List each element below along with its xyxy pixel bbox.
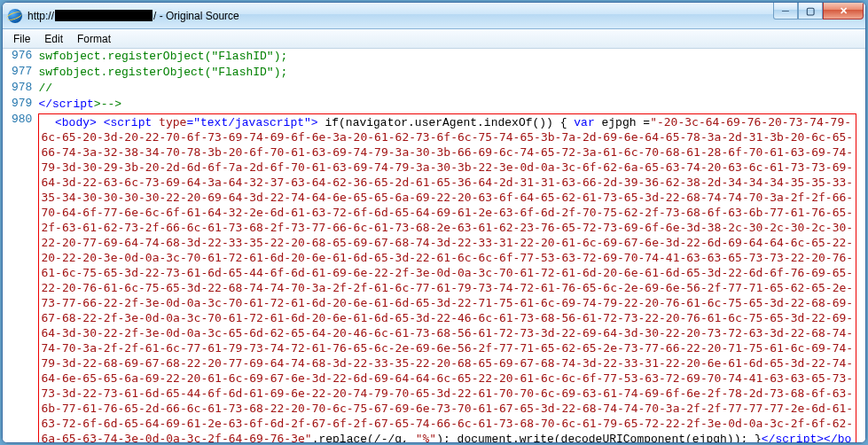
- maximize-button[interactable]: ▢: [798, 3, 823, 20]
- line-number: 977: [3, 65, 37, 81]
- line-976: 976 swfobject.registerObject("FlashID");: [3, 49, 865, 65]
- titlebar: http:/// - Original Source ─ ▢ ✕: [3, 3, 865, 29]
- line-number: 976: [3, 49, 37, 65]
- code-text: >-->: [94, 98, 121, 111]
- close-button[interactable]: ✕: [823, 3, 864, 20]
- code-text: ); document.write(decodeURIComponent(ejp…: [436, 433, 762, 442]
- code-text: "text/javascript": [193, 116, 311, 129]
- code-text: type: [152, 115, 186, 129]
- line-number: 980: [3, 113, 37, 442]
- line-number: 979: [3, 97, 37, 113]
- code-text: swfobject.registerObject("FlashID");: [38, 50, 287, 63]
- menu-edit[interactable]: Edit: [37, 31, 70, 47]
- code-text: >: [311, 116, 318, 129]
- code-text: "%": [416, 432, 436, 442]
- code-text: .replace(/-/g,: [312, 433, 416, 442]
- ie-icon: [8, 9, 22, 23]
- code-text: </script: [762, 433, 817, 442]
- line-978: 978 //: [3, 81, 865, 97]
- highlighted-code: <body> <script type="text/javascript"> i…: [38, 113, 856, 442]
- line-number: 978: [3, 81, 37, 97]
- code-text: >: [817, 433, 824, 442]
- menu-format[interactable]: Format: [70, 31, 118, 47]
- code-text: <body>: [55, 116, 97, 129]
- code-text: </script: [38, 98, 93, 111]
- line-980: 980 <body> <script type="text/javascript…: [3, 113, 865, 442]
- minimize-button[interactable]: ─: [773, 3, 798, 20]
- code-text: ejpgh =: [595, 116, 650, 129]
- title-suffix: / - Original Source: [153, 10, 239, 22]
- source-viewer-window: http:/// - Original Source ─ ▢ ✕ File Ed…: [2, 2, 866, 443]
- code-text: if(navigator.userAgent.indexOf()) {: [318, 116, 575, 129]
- title-prefix: http://: [27, 10, 54, 22]
- window-title: http:/// - Original Source: [27, 10, 239, 22]
- redacted-host: [55, 10, 152, 21]
- code-text: var: [574, 116, 594, 129]
- source-table: 976 swfobject.registerObject("FlashID");…: [3, 49, 865, 442]
- source-area[interactable]: 976 swfobject.registerObject("FlashID");…: [3, 49, 865, 442]
- code-text: //: [38, 82, 52, 95]
- menubar: File Edit Format: [3, 29, 865, 49]
- code-text: swfobject.registerObject("FlashID");: [38, 66, 287, 79]
- window-controls: ─ ▢ ✕: [773, 3, 864, 20]
- line-977: 977 swfobject.registerObject("FlashID");: [3, 65, 865, 81]
- code-text: <script: [104, 116, 152, 129]
- menu-file[interactable]: File: [6, 31, 37, 47]
- code-text: "-20-3c-64-69-76-20-73-74-79-6c-65-20-3d…: [41, 115, 853, 442]
- line-979: 979 </script>-->: [3, 97, 865, 113]
